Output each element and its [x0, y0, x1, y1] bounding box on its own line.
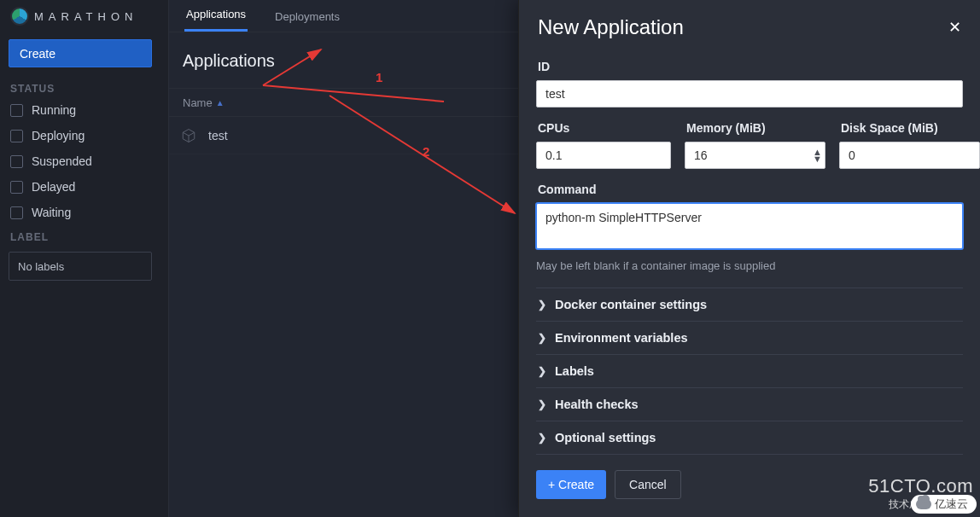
label-heading: LABEL — [10, 231, 160, 243]
create-button[interactable]: Create — [9, 39, 152, 67]
modal-create-button[interactable]: + Create — [536, 470, 606, 499]
checkbox-icon — [10, 206, 23, 219]
labels-input[interactable] — [9, 252, 152, 281]
filter-label: Suspended — [32, 154, 92, 168]
chevron-right-icon: ❯ — [538, 332, 546, 344]
col-name: Name — [183, 96, 213, 109]
row-name: test — [208, 129, 228, 142]
cpus-label: CPUs — [538, 121, 671, 135]
filter-deploying[interactable]: Deploying — [10, 129, 160, 142]
command-label: Command — [538, 183, 963, 196]
filter-label: Delayed — [32, 180, 75, 194]
modal-cancel-button[interactable]: Cancel — [615, 470, 681, 499]
memory-input[interactable] — [685, 142, 825, 169]
brand-text: MARATHON — [34, 10, 137, 23]
chevron-right-icon: ❯ — [538, 299, 546, 311]
section-optional[interactable]: ❯Optional settings — [536, 421, 963, 455]
sort-asc-icon: ▲ — [216, 98, 225, 107]
checkbox-icon — [10, 130, 23, 142]
checkbox-icon — [10, 155, 23, 168]
disk-label: Disk Space (MiB) — [841, 121, 980, 135]
filter-label: Running — [32, 103, 76, 117]
filter-label: Waiting — [32, 206, 71, 219]
command-input[interactable] — [536, 203, 963, 249]
command-hint: May be left blank if a container image i… — [536, 259, 963, 272]
tab-applications[interactable]: Applications — [184, 8, 248, 32]
provider-badge: 亿速云 — [911, 495, 977, 514]
status-heading: STATUS — [10, 83, 160, 95]
modal-title: New Application — [538, 15, 684, 39]
checkbox-icon — [10, 181, 23, 194]
provider-text: 亿速云 — [935, 497, 968, 512]
section-labels[interactable]: ❯Labels — [536, 355, 963, 388]
cpus-input[interactable] — [536, 142, 671, 169]
filter-running[interactable]: Running — [10, 103, 160, 117]
annotation-2: 2 — [423, 144, 429, 159]
section-docker[interactable]: ❯Docker container settings — [536, 288, 963, 322]
new-app-modal: New Application ✕ ID CPUs Memory (MiB) ▲… — [518, 0, 980, 517]
chevron-right-icon: ❯ — [538, 398, 546, 410]
brand-logo: MARATHON — [9, 0, 160, 32]
cloud-icon — [916, 499, 931, 509]
close-icon[interactable]: ✕ — [948, 18, 961, 37]
section-label: Docker container settings — [555, 298, 707, 311]
section-env[interactable]: ❯Environment variables — [536, 322, 963, 355]
brand-mark-icon — [10, 7, 29, 26]
section-label: Environment variables — [555, 331, 688, 345]
id-input[interactable] — [536, 80, 963, 107]
filter-label: Deploying — [32, 129, 85, 142]
chevron-right-icon: ❯ — [538, 432, 546, 444]
disk-input[interactable] — [839, 142, 980, 169]
checkbox-icon — [10, 104, 23, 117]
section-label: Optional settings — [555, 431, 656, 444]
annotation-1: 1 — [376, 70, 382, 84]
section-label: Labels — [555, 364, 594, 378]
filter-waiting[interactable]: Waiting — [10, 206, 160, 219]
filter-delayed[interactable]: Delayed — [10, 180, 160, 194]
app-icon — [181, 128, 196, 143]
id-label: ID — [538, 60, 963, 73]
section-health[interactable]: ❯Health checks — [536, 388, 963, 421]
section-label: Health checks — [555, 398, 639, 411]
tab-deployments[interactable]: Deployments — [273, 10, 341, 32]
chevron-right-icon: ❯ — [538, 365, 546, 377]
memory-label: Memory (MiB) — [686, 121, 825, 135]
filter-suspended[interactable]: Suspended — [10, 154, 160, 168]
